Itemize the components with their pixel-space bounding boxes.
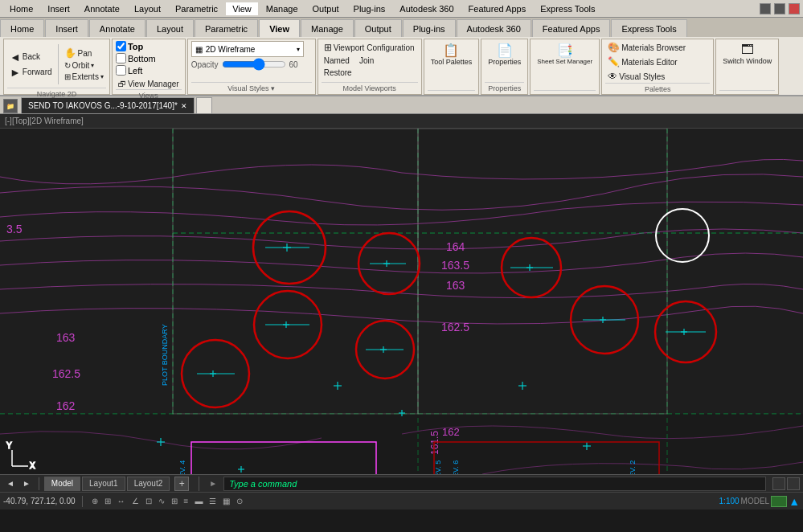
view-manager-button[interactable]: 🗗 View Manager [116,79,182,89]
tab-secondary[interactable] [196,97,212,113]
model-viewports-label: Model Viewports [322,82,418,92]
ribbon-tab-layout[interactable]: Layout [146,19,194,37]
layout1-tab[interactable]: Layout1 [82,477,125,491]
add-layout-button[interactable]: + [174,477,189,491]
restore-button[interactable]: Restore [322,68,354,78]
svg-text:162: 162 [442,426,460,438]
svg-text:PLOT BOUNDARY: PLOT BOUNDARY [161,324,169,386]
menu-manage[interactable]: Manage [260,2,305,15]
svg-text:ELEV. 6: ELEV. 6 [452,460,460,474]
forward-button[interactable]: ► Forward [7,65,55,80]
named-button[interactable]: Named [322,55,352,66]
bottom-bar: ◄ ► Model Layout1 Layout2 + ► Type a com… [0,474,803,492]
top-checkbox[interactable] [116,41,126,51]
ribbon-tab-autodesk360[interactable]: Autodesk 360 [457,19,531,37]
ribbon-tab-insert[interactable]: Insert [45,19,88,37]
bottom-checkbox[interactable] [116,53,126,63]
model-indicator: MODEL [741,497,770,505]
status-otrack-btn[interactable]: ∿ [156,497,167,505]
status-bar: -40.79, 727.12, 0.00 ⊕ ⊞ ↔ ∠ ⊡ ∿ ⊞ ≡ ▬ ☰… [0,492,803,509]
tool-palettes-button[interactable]: 📋 Tool Palettes [428,41,476,68]
opacity-label: Opacity [191,60,219,69]
ribbon-tab-annotate[interactable]: Annotate [89,19,145,37]
menu-layout[interactable]: Layout [128,2,167,15]
sheet-set-button[interactable]: 📑 Sheet Set Manager [534,41,596,67]
svg-text:164: 164 [446,240,465,253]
svg-text:163: 163 [56,331,76,344]
menu-plugins[interactable]: Plug-ins [347,2,392,15]
status-tp-btn[interactable]: ☰ [207,497,219,505]
join-button[interactable]: Join [357,55,376,66]
ribbon-tab-output[interactable]: Output [354,19,402,37]
cmd-btn-1[interactable] [772,477,785,490]
ribbon-tab-plugins[interactable]: Plug-ins [403,19,456,37]
svg-text:162.5: 162.5 [52,367,80,380]
svg-text:Y: Y [6,441,12,450]
canvas-area[interactable]: 164 163.5 163 162.5 163 162.5 162 3.5 16… [0,129,803,474]
opacity-slider[interactable] [222,59,286,69]
tab-close-btn[interactable]: ✕ [181,102,187,110]
tab-main-drawing[interactable]: SEND TO IAKOVOS G...-9-10-2017[140]* ✕ [21,97,195,113]
fullscreen-btn[interactable]: ▲ [789,495,800,508]
model-tab[interactable]: Model [44,477,80,491]
menu-view[interactable]: View [226,2,258,15]
switch-window-button[interactable]: 🗔 Switch Window [719,41,775,67]
ribbon-tab-manage[interactable]: Manage [301,19,354,37]
status-grid-btn[interactable]: ⊞ [102,497,113,505]
menu-output[interactable]: Output [306,2,346,15]
tool-palettes-label [428,90,476,92]
visual-styles-palette-button[interactable]: 👁 Visual Styles [605,70,667,83]
menu-insert[interactable]: Insert [41,2,76,15]
extents-button[interactable]: ⊞ Extents ▾ [62,72,106,82]
views-label: Views [116,89,182,100]
status-dyn-btn[interactable]: ≡ [182,497,191,505]
left-checkbox[interactable] [116,65,126,76]
command-input[interactable]: Type a command [223,477,766,491]
file-icon[interactable]: 📁 [3,99,18,113]
layout2-tab[interactable]: Layout2 [127,477,170,491]
status-snap-btn[interactable]: ⊕ [89,497,100,505]
status-ortho-btn[interactable]: ↔ [115,497,128,505]
top-label: Top [128,42,143,51]
orbit-button[interactable]: ↻ Orbit ▾ [62,60,106,71]
window-close-btn[interactable] [789,3,800,14]
viewport-config-button[interactable]: ⊞ Viewport Configuration [322,41,417,54]
status-qp-btn[interactable]: ▦ [220,497,232,505]
status-sc-btn[interactable]: ⊙ [234,497,245,505]
nav-next-button[interactable]: ► [19,479,34,488]
ribbon-tab-view[interactable]: View [259,19,300,37]
nav-prev-button[interactable]: ◄ [3,479,18,488]
cmd-btn-2[interactable] [787,477,800,490]
materials-editor-button[interactable]: ✏️ Materials Editor [605,55,679,68]
window-minimize-btn[interactable] [760,3,771,14]
menu-annotate[interactable]: Annotate [78,2,126,15]
menu-parametric[interactable]: Parametric [169,2,224,15]
svg-text:162: 162 [56,399,76,412]
ribbon-tab-express[interactable]: Express Tools [611,19,686,37]
properties-button[interactable]: 📄 Properties [485,41,524,68]
sheet-set-label [534,90,596,92]
svg-text:163: 163 [446,279,465,292]
status-polar-btn[interactable]: ∠ [129,497,141,505]
ribbon-tab-featured[interactable]: Featured Apps [532,19,611,37]
pan-button[interactable]: ✋ Pan [62,47,106,59]
ribbon-tab-home[interactable]: Home [0,19,44,37]
status-ucs-btn[interactable]: ⊞ [169,497,180,505]
status-lw-btn[interactable]: ▬ [192,497,205,505]
menu-featured-apps[interactable]: Featured Apps [462,2,533,15]
viewport-scale-btn[interactable] [771,496,787,507]
menu-home[interactable]: Home [3,2,39,15]
menu-autodesk360[interactable]: Autodesk 360 [393,2,460,15]
visual-style-dropdown[interactable]: ▦ 2D Wireframe ▾ [191,41,304,57]
annotation-scale-btn[interactable]: 1:100 [719,497,739,505]
bottom-label: Bottom [128,54,156,63]
status-osnap-btn[interactable]: ⊡ [143,497,154,505]
window-maximize-btn[interactable] [774,3,785,14]
menu-express-tools[interactable]: Express Tools [534,2,601,15]
svg-text:161.5: 161.5 [429,431,440,455]
materials-browser-button[interactable]: 🎨 Materials Browser [605,41,688,54]
back-button[interactable]: ◄ Back [7,50,55,64]
drawing-svg: 164 163.5 163 162.5 163 162.5 162 3.5 16… [0,129,803,474]
palettes-label: Palettes [605,83,710,93]
ribbon-tab-parametric[interactable]: Parametric [195,19,258,37]
